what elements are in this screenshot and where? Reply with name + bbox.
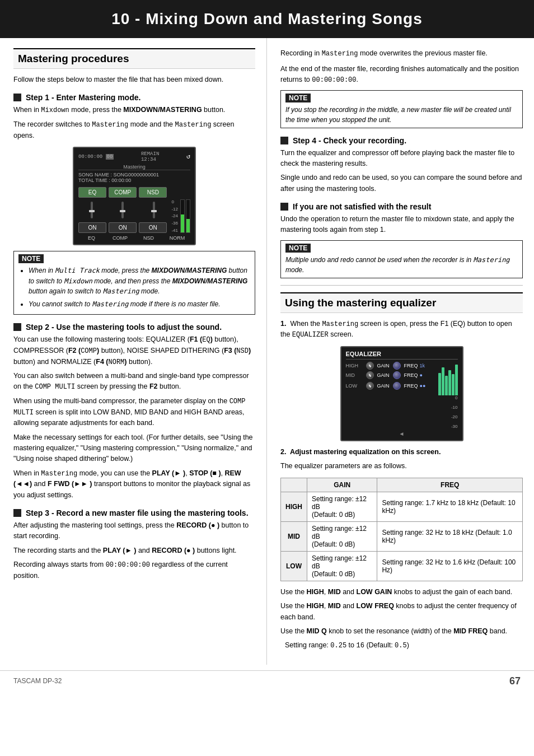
page-title: 10 - Mixing Down and Mastering Songs [0, 0, 534, 38]
step2-p5: When in Mastering mode, you can use the … [13, 468, 255, 501]
step4-p2: Single undo and redo can be used, so you… [280, 172, 523, 194]
eq-table-freq-low: Setting range: 32 Hz to 1.6 kHz (Default… [377, 551, 523, 581]
step5-p1: Undo the operation to return the master … [280, 214, 523, 236]
note3-text: Multiple undo and redo cannot be used wh… [285, 255, 518, 275]
screen-remain: REMAIN12:34 [141, 151, 159, 162]
eq-note1: Use the HIGH, MID and LOW GAIN knobs to … [280, 587, 523, 598]
step3-p3: Recording always starts from 00:00:00:00… [13, 559, 255, 581]
note1-box: NOTE When in Multi Track mode, press the… [13, 251, 255, 315]
eq-band-mid: MID GAIN FREQ ● [346, 371, 435, 379]
screen-mode-label: Mastering [78, 164, 190, 170]
eq-table-header-gain: GAIN [307, 478, 377, 492]
nsd-slider [140, 202, 167, 218]
left-column: Mastering procedures Follow the steps be… [0, 38, 267, 665]
brand-label: TASCAM DP-32 [13, 677, 62, 685]
eq-band-high: HIGH GAIN FREQ 1k [346, 362, 435, 370]
eq-table: GAIN FREQ HIGH Setting range: ±12 dB(Def… [280, 478, 523, 581]
step2-p2: You can also switch between a multi-band… [13, 371, 255, 393]
db-markers: 0 -12 -24 -36 -41 [171, 199, 178, 233]
section1-intro: Follow the steps below to master the fil… [13, 74, 255, 85]
note1-item1: When in Multi Track mode, press the MIXD… [29, 265, 250, 297]
note2-box: NOTE If you stop the recording in the mi… [280, 90, 523, 128]
on2-btn: ON [109, 222, 137, 233]
note1-label: NOTE [18, 254, 44, 263]
step1-p1: When in Mixdown mode, press the MIXDOWN/… [13, 105, 255, 116]
eq-table-row-mid: MID Setting range: ±12 dB(Default: 0 dB)… [281, 521, 523, 551]
note1-list: When in Multi Track mode, press the MIXD… [18, 265, 250, 309]
eq-table-header-empty [281, 478, 307, 492]
page-number: 67 [509, 675, 521, 687]
on1-btn: ON [78, 222, 106, 233]
eq-step2-label: 2. Adjust mastering equalization on this… [280, 447, 523, 458]
step1-p2: The recorder switches to Mastering mode … [13, 119, 255, 141]
step4-heading: Step 4 - Check your recording. [280, 136, 523, 145]
eq-band-low: LOW GAIN FREQ ●● [346, 382, 435, 390]
eq-note2: Use the HIGH, MID and LOW FREQ knobs to … [280, 601, 523, 623]
comp-btn: COMP [109, 187, 137, 198]
mastering-screen-mockup: 00:00:00 00 REMAIN12:34 ↺ Mastering SONG… [73, 147, 196, 245]
screen-song-info: SONG NAME : SONG00000000001 TOTAL TIME :… [78, 170, 190, 183]
step1-heading: Step 1 - Enter Mastering mode. [13, 93, 255, 102]
eq-table-label-high: HIGH [281, 492, 307, 521]
eq-table-row-high: HIGH Setting range: ±12 dB(Default: 0 dB… [281, 492, 523, 521]
step5-heading: If you are not satisfied with the result [280, 202, 523, 211]
note1-item2: You cannot switch to Mastering mode if t… [29, 299, 250, 310]
step3-heading: Step 3 - Record a new master file using … [13, 508, 255, 517]
db-scale-right: 0 -10 -20 -30 [441, 395, 458, 429]
eq-slider [78, 202, 105, 218]
eq-scroll-indicator: ◄ [346, 431, 458, 437]
nsd-btn: NSD [139, 187, 167, 198]
eq-screen-mockup: EQUALIZER HIGH GAIN FREQ 1k MID [340, 346, 463, 441]
eq-table-gain-low: Setting range: ±12 dB(Default: 0 dB) [307, 551, 377, 581]
eq-table-label-low: LOW [281, 551, 307, 581]
step3-p2: The recording starts and the PLAY (► ) a… [13, 545, 255, 556]
step2-p3: When using the multi-band compressor, th… [13, 396, 255, 429]
screen-bottom-labels: EQ COMP NSD NORM [78, 235, 190, 241]
eq-params-label: The equalizer parameters are as follows. [280, 461, 523, 472]
right-p2: At the end of the master file, recording… [280, 64, 523, 86]
eq-step1: 1. When the Mastering screen is open, pr… [280, 319, 523, 340]
step4-p1: Turn the equalizer and compressor off be… [280, 148, 523, 170]
on3-btn: ON [139, 222, 167, 233]
note3-box: NOTE Multiple undo and redo cannot be us… [280, 240, 523, 278]
eq-table-freq-mid: Setting range: 32 Hz to 18 kHz (Default:… [377, 521, 523, 551]
eq-screen-title: EQUALIZER [346, 351, 458, 360]
note2-label: NOTE [285, 94, 311, 102]
eq-table-label-mid: MID [281, 521, 307, 551]
eq-table-header-freq: FREQ [377, 478, 523, 492]
eq-table-row-low: LOW Setting range: ±12 dB(Default: 0 dB)… [281, 551, 523, 581]
comp-slider [109, 202, 135, 218]
eq-table-freq-high: Setting range: 1.7 kHz to 18 kHz (Defaul… [377, 492, 523, 521]
right-p1: Recording in Mastering mode overwrites t… [280, 48, 523, 59]
step2-p1: You can use the following mastering tool… [13, 334, 255, 367]
screen-time: 00:00:00 00 [78, 154, 114, 160]
eq-table-gain-high: Setting range: ±12 dB(Default: 0 dB) [307, 492, 377, 521]
loop-icon: ↺ [186, 152, 190, 161]
eq-bands: HIGH GAIN FREQ 1k MID GAIN FRE [346, 362, 435, 390]
eq-note3: Use the MID Q knob to set the resonance … [280, 626, 523, 637]
meter-right [186, 199, 190, 233]
eq-table-gain-mid: Setting range: ±12 dB(Default: 0 dB) [307, 521, 377, 551]
eq-setting-range: Setting range: 0.25 to 16 (Default: 0.5) [280, 640, 523, 651]
step2-heading: Step 2 - Use the mastering tools to adju… [13, 323, 255, 332]
eq-level-meter [438, 362, 458, 395]
meter-left [180, 199, 185, 233]
eq-btn: EQ [78, 187, 106, 198]
section2-title: Using the mastering equalizer [280, 292, 523, 313]
step2-p4: Make the necessary settings for each too… [13, 432, 255, 465]
note2-text: If you stop the recording in the middle,… [285, 105, 518, 125]
step3-p1: After adjusting the mastering tool setti… [13, 520, 255, 542]
bottom-bar: TASCAM DP-32 67 [0, 670, 534, 692]
section1-title: Mastering procedures [13, 48, 255, 69]
note3-label: NOTE [285, 244, 311, 253]
right-column: Recording in Mastering mode overwrites t… [267, 38, 534, 665]
